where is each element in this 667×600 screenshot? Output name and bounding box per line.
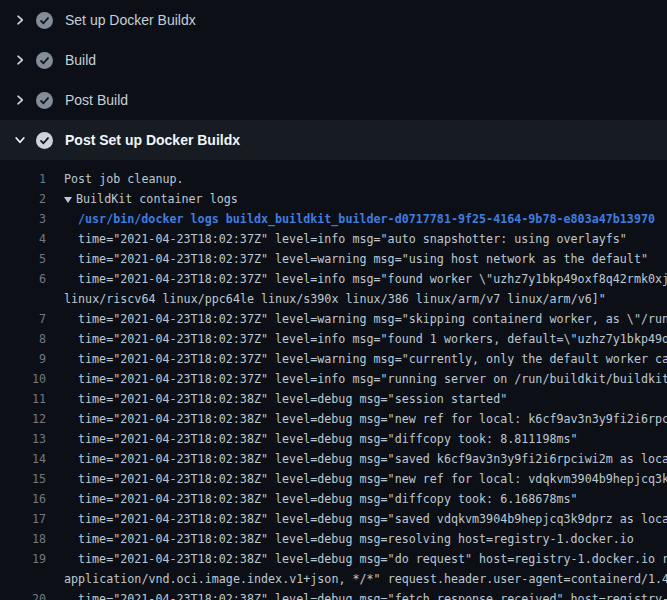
log-row: 13 time="2021-04-23T18:02:38Z" level=deb… — [0, 429, 667, 449]
log-row: linux/riscv64 linux/ppc64le linux/s390x … — [0, 289, 667, 309]
step-row-post-build[interactable]: Post Build — [0, 80, 667, 120]
log-text: linux/riscv64 linux/ppc64le linux/s390x … — [64, 292, 606, 306]
log-text: time="2021-04-23T18:02:38Z" level=debug … — [78, 472, 667, 486]
log-row: 15 time="2021-04-23T18:02:38Z" level=deb… — [0, 469, 667, 489]
step-label: Post Build — [65, 92, 128, 108]
log-row: 5 time="2021-04-23T18:02:37Z" level=warn… — [0, 249, 667, 269]
steps-list: Set up Docker Buildx Build P — [0, 0, 667, 160]
line-number[interactable]: 4 — [0, 232, 46, 246]
log-row: 8 time="2021-04-23T18:02:37Z" level=info… — [0, 329, 667, 349]
log-text: time="2021-04-23T18:02:37Z" level=info m… — [78, 372, 667, 386]
log-row: 4 time="2021-04-23T18:02:37Z" level=info… — [0, 229, 667, 249]
log-line: time="2021-04-23T18:02:37Z" level=info m… — [78, 272, 667, 286]
log-row: 7 time="2021-04-23T18:02:37Z" level=warn… — [0, 309, 667, 329]
log-row: 6 time="2021-04-23T18:02:37Z" level=info… — [0, 269, 667, 289]
log-row: 20 time="2021-04-23T18:02:38Z" level=deb… — [0, 589, 667, 600]
line-number[interactable]: 3 — [0, 212, 46, 226]
log-text: time="2021-04-23T18:02:37Z" level=info m… — [78, 232, 627, 246]
chevron-right-icon[interactable] — [12, 52, 28, 68]
log-text: time="2021-04-23T18:02:38Z" level=debug … — [78, 512, 667, 526]
check-circle-icon — [36, 12, 53, 29]
log-row: 19 time="2021-04-23T18:02:38Z" level=deb… — [0, 549, 667, 569]
log-line: time="2021-04-23T18:02:38Z" level=debug … — [78, 432, 578, 446]
chevron-right-icon[interactable] — [12, 92, 28, 108]
line-number[interactable]: 7 — [0, 312, 46, 326]
line-number[interactable]: 14 — [0, 452, 46, 466]
line-number[interactable]: 13 — [0, 432, 46, 446]
log-line: application/vnd.oci.image.index.v1+json,… — [64, 572, 667, 586]
line-number[interactable]: 9 — [0, 352, 46, 366]
line-number[interactable]: 1 — [0, 172, 46, 186]
log-line: time="2021-04-23T18:02:37Z" level=warnin… — [78, 312, 667, 326]
log-row: 14 time="2021-04-23T18:02:38Z" level=deb… — [0, 449, 667, 469]
log-text: time="2021-04-23T18:02:37Z" level=warnin… — [78, 312, 667, 326]
log-view: 1 Post job cleanup. 2 BuildKit container… — [0, 160, 667, 600]
log-row: 1 Post job cleanup. — [0, 169, 667, 189]
log-line: BuildKit container logs — [64, 192, 238, 206]
log-line: Post job cleanup. — [64, 172, 184, 186]
log-line: time="2021-04-23T18:02:38Z" level=debug … — [78, 452, 667, 466]
line-number[interactable]: 8 — [0, 332, 46, 346]
log-line: time="2021-04-23T18:02:38Z" level=debug … — [78, 472, 667, 486]
log-row: 3 /usr/bin/docker logs buildx_buildkit_b… — [0, 209, 667, 229]
line-number[interactable]: 12 — [0, 412, 46, 426]
log-text: /usr/bin/docker logs buildx_buildkit_bui… — [78, 212, 655, 226]
step-row-post-set-up-docker-buildx[interactable]: Post Set up Docker Buildx — [0, 120, 667, 160]
line-number[interactable]: 15 — [0, 472, 46, 486]
line-number[interactable]: 16 — [0, 492, 46, 506]
log-text: time="2021-04-23T18:02:38Z" level=debug … — [78, 452, 667, 466]
log-line: time="2021-04-23T18:02:37Z" level=info m… — [78, 332, 667, 346]
line-number[interactable]: 11 — [0, 392, 46, 406]
line-number[interactable]: 20 — [0, 592, 46, 600]
log-text: time="2021-04-23T18:02:38Z" level=debug … — [78, 432, 578, 446]
log-text: Post job cleanup. — [64, 172, 184, 186]
log-row: 10 time="2021-04-23T18:02:37Z" level=inf… — [0, 369, 667, 389]
log-line: time="2021-04-23T18:02:37Z" level=info m… — [78, 232, 627, 246]
log-line: linux/riscv64 linux/ppc64le linux/s390x … — [64, 292, 606, 306]
log-text: time="2021-04-23T18:02:38Z" level=debug … — [78, 412, 667, 426]
log-line: time="2021-04-23T18:02:37Z" level=info m… — [78, 372, 667, 386]
chevron-down-icon[interactable] — [12, 132, 28, 148]
line-number[interactable]: 17 — [0, 512, 46, 526]
line-number[interactable]: 2 — [0, 192, 46, 206]
log-text: application/vnd.oci.image.index.v1+json,… — [64, 572, 667, 586]
step-row-set-up-docker-buildx[interactable]: Set up Docker Buildx — [0, 0, 667, 40]
log-text: time="2021-04-23T18:02:37Z" level=warnin… — [78, 352, 667, 366]
log-row: 16 time="2021-04-23T18:02:38Z" level=deb… — [0, 489, 667, 509]
log-text: time="2021-04-23T18:02:38Z" level=debug … — [78, 592, 667, 600]
log-text: time="2021-04-23T18:02:38Z" level=debug … — [78, 392, 507, 406]
log-row: application/vnd.oci.image.index.v1+json,… — [0, 569, 667, 589]
step-label: Post Set up Docker Buildx — [65, 132, 240, 148]
log-line: time="2021-04-23T18:02:38Z" level=debug … — [78, 532, 634, 546]
line-number[interactable]: 10 — [0, 372, 46, 386]
log-row: 11 time="2021-04-23T18:02:38Z" level=deb… — [0, 389, 667, 409]
line-number[interactable]: 5 — [0, 252, 46, 266]
line-number[interactable]: 19 — [0, 552, 46, 566]
log-line: time="2021-04-23T18:02:38Z" level=debug … — [78, 552, 667, 566]
log-line: /usr/bin/docker logs buildx_buildkit_bui… — [78, 212, 655, 226]
log-text: time="2021-04-23T18:02:37Z" level=warnin… — [78, 252, 648, 266]
line-number[interactable]: 18 — [0, 532, 46, 546]
log-row: 17 time="2021-04-23T18:02:38Z" level=deb… — [0, 509, 667, 529]
check-circle-icon — [36, 132, 53, 149]
step-label: Set up Docker Buildx — [65, 12, 196, 28]
log-line: time="2021-04-23T18:02:38Z" level=debug … — [78, 592, 667, 600]
log-row: 9 time="2021-04-23T18:02:37Z" level=warn… — [0, 349, 667, 369]
log-line: time="2021-04-23T18:02:37Z" level=warnin… — [78, 252, 648, 266]
step-row-build[interactable]: Build — [0, 40, 667, 80]
log-text: time="2021-04-23T18:02:38Z" level=debug … — [78, 492, 578, 506]
step-label: Build — [65, 52, 96, 68]
log-line: time="2021-04-23T18:02:38Z" level=debug … — [78, 392, 507, 406]
log-row: 12 time="2021-04-23T18:02:38Z" level=deb… — [0, 409, 667, 429]
log-line: time="2021-04-23T18:02:37Z" level=warnin… — [78, 352, 667, 366]
log-group-collapse-icon[interactable] — [64, 197, 72, 203]
check-circle-icon — [36, 52, 53, 69]
log-line: time="2021-04-23T18:02:38Z" level=debug … — [78, 412, 667, 426]
log-text: time="2021-04-23T18:02:37Z" level=info m… — [78, 272, 667, 286]
log-row: 18 time="2021-04-23T18:02:38Z" level=deb… — [0, 529, 667, 549]
log-row: 2 BuildKit container logs — [0, 189, 667, 209]
log-line: time="2021-04-23T18:02:38Z" level=debug … — [78, 512, 667, 526]
line-number[interactable]: 6 — [0, 272, 46, 286]
chevron-right-icon[interactable] — [12, 12, 28, 28]
log-text: time="2021-04-23T18:02:38Z" level=debug … — [78, 552, 667, 566]
